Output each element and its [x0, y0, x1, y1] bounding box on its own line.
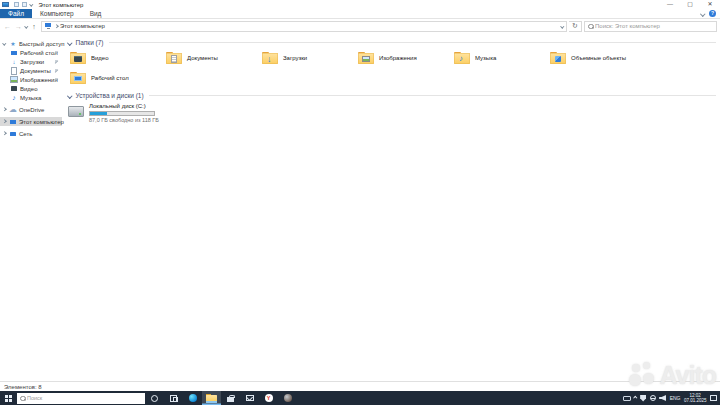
sidebar-item-videos[interactable]: Видео	[0, 84, 62, 93]
close-button[interactable]: ✕	[700, 0, 720, 9]
up-icon[interactable]: ↑	[30, 23, 39, 30]
folder-tile-music[interactable]: ♪ Музыка	[452, 50, 548, 66]
quick-access-toolbar	[14, 2, 33, 7]
sidebar-item-label: Этот компьютер	[19, 119, 64, 125]
help-icon[interactable]: ?	[709, 10, 716, 17]
divider	[149, 95, 716, 96]
action-center-icon[interactable]	[710, 395, 717, 401]
app-icon	[284, 394, 292, 402]
store-button[interactable]	[221, 391, 240, 405]
breadcrumb-chevron-icon[interactable]	[54, 24, 58, 28]
folders-grid: Видео Документы ↓ Загрузки Изображения ♪…	[68, 50, 668, 90]
task-view-icon	[170, 395, 177, 402]
sidebar-item-desktop[interactable]: Рабочий стол	[0, 48, 62, 57]
sidebar-item-label: Музыка	[20, 95, 41, 101]
network-icon[interactable]	[650, 395, 656, 401]
sidebar-item-label: Рабочий стол	[20, 50, 58, 56]
security-shield-icon[interactable]	[640, 395, 646, 402]
sidebar-item-quick-access[interactable]: ★ Быстрый доступ	[0, 39, 62, 48]
mail-button[interactable]	[240, 391, 259, 405]
folder-tile-pictures[interactable]: Изображения	[356, 50, 452, 66]
sidebar-item-pictures[interactable]: Изображения	[0, 75, 62, 84]
clock[interactable]: 12:02 07.01.2025	[684, 393, 707, 403]
forward-icon[interactable]: →	[14, 23, 23, 30]
sidebar-item-label: Документы	[20, 68, 51, 74]
refresh-icon[interactable]: ↻	[569, 21, 582, 32]
cortana-button[interactable]	[145, 391, 164, 405]
back-icon[interactable]: ←	[3, 23, 12, 30]
search-icon	[588, 24, 593, 29]
show-hidden-icons-icon[interactable]	[634, 396, 638, 400]
file-explorer-button[interactable]	[202, 391, 221, 405]
documents-folder-icon	[166, 52, 182, 65]
new-folder-icon[interactable]	[22, 2, 27, 7]
folder-tile-desktop[interactable]: Рабочий стол	[68, 70, 164, 86]
recent-locations-icon[interactable]	[24, 24, 28, 28]
sidebar-item-documents[interactable]: Документы	[0, 66, 62, 75]
chevron-down-icon[interactable]	[2, 42, 6, 46]
folder-tile-3d-objects[interactable]: Объемные объекты	[548, 50, 644, 66]
onedrive-icon: ☁	[9, 106, 17, 114]
language-indicator[interactable]: ENG	[670, 395, 681, 401]
sidebar-item-downloads[interactable]: ↓ Загрузки	[0, 57, 62, 66]
drive-tile-c[interactable]: Локальный диск (C:) 87,0 ГБ свободно из …	[68, 103, 243, 123]
start-button[interactable]	[0, 391, 17, 405]
task-view-button[interactable]	[164, 391, 183, 405]
folder-tile-downloads[interactable]: ↓ Загрузки	[260, 50, 356, 66]
videos-icon	[10, 85, 18, 93]
desktop-folder-icon	[70, 72, 86, 85]
window-title: Этот компьютер	[39, 2, 84, 8]
volume-icon[interactable]	[659, 395, 666, 401]
chevron-right-icon[interactable]	[2, 132, 6, 136]
yandex-browser-button[interactable]: Y	[259, 391, 278, 405]
folder-tile-documents[interactable]: Документы	[164, 50, 260, 66]
tab-view[interactable]: Вид	[82, 9, 110, 18]
network-icon	[9, 130, 17, 138]
this-pc-icon	[45, 23, 52, 29]
tab-file[interactable]: Файл	[0, 9, 32, 18]
pin-icon	[54, 60, 58, 64]
search-icon	[20, 396, 25, 401]
devices-section-header[interactable]: Устройства и диски (1)	[68, 92, 716, 99]
downloads-icon: ↓	[10, 58, 18, 66]
breadcrumb[interactable]: Этот компьютер	[60, 23, 105, 29]
hard-drive-icon	[68, 106, 84, 117]
folder-tile-videos[interactable]: Видео	[68, 50, 164, 66]
address-dropdown-icon[interactable]	[560, 24, 564, 28]
collapse-group-icon[interactable]	[67, 40, 72, 45]
chevron-right-icon[interactable]	[2, 120, 6, 124]
taskbar-search[interactable]	[17, 393, 145, 404]
tab-computer[interactable]: Компьютер	[32, 9, 82, 18]
drive-free-space: 87,0 ГБ свободно из 118 ГБ	[89, 117, 159, 123]
touch-keyboard-icon[interactable]	[623, 396, 631, 401]
folder-name: Музыка	[475, 55, 496, 61]
address-bar[interactable]: Этот компьютер	[41, 21, 568, 32]
app-button[interactable]	[278, 391, 297, 405]
search-box[interactable]	[584, 21, 717, 32]
collapse-group-icon[interactable]	[67, 93, 72, 98]
sidebar-item-network[interactable]: Сеть	[0, 129, 62, 138]
sidebar-item-label: Быстрый доступ	[19, 41, 65, 47]
pin-icon	[54, 69, 58, 73]
customize-toolbar-icon[interactable]	[29, 3, 33, 7]
taskbar-apps: Y	[145, 391, 297, 405]
sidebar-item-music[interactable]: ♪ Музыка	[0, 93, 62, 102]
collapse-ribbon-icon[interactable]	[700, 11, 705, 16]
folder-name: Видео	[91, 55, 109, 61]
minimize-button[interactable]: —	[660, 0, 680, 9]
status-bar: Элементов: 8	[0, 381, 720, 391]
taskbar-search-input[interactable]	[27, 395, 142, 401]
folders-section-title: Папки (7)	[76, 39, 104, 46]
edge-button[interactable]	[183, 391, 202, 405]
drive-usage-bar	[89, 111, 155, 116]
window-controls: — ▢ ✕	[660, 0, 720, 9]
folders-section-header[interactable]: Папки (7)	[68, 39, 716, 46]
chevron-right-icon[interactable]	[2, 108, 6, 112]
quick-access-icon: ★	[9, 40, 17, 48]
search-input[interactable]	[595, 23, 713, 29]
properties-icon[interactable]	[14, 2, 19, 7]
sidebar-item-onedrive[interactable]: ☁ OneDrive	[0, 105, 62, 114]
mail-icon	[246, 395, 254, 401]
sidebar-item-this-pc[interactable]: Этот компьютер	[0, 117, 62, 126]
maximize-button[interactable]: ▢	[680, 0, 700, 9]
